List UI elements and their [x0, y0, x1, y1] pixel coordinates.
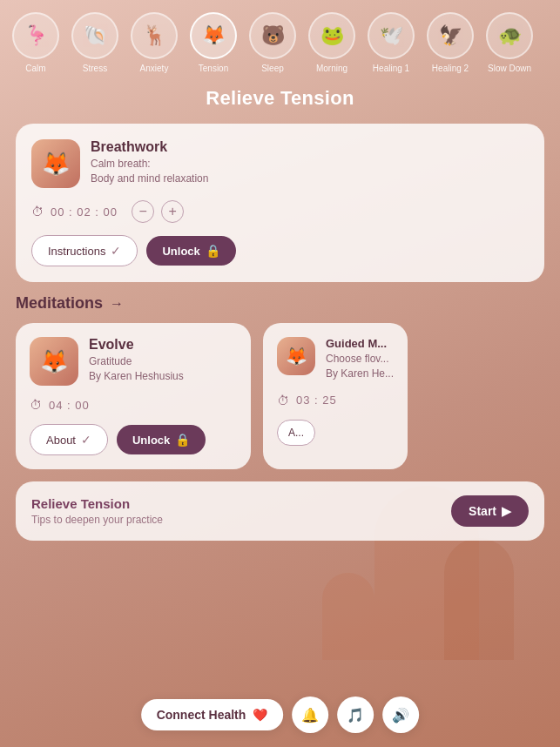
guided-title: Guided M...	[326, 337, 394, 350]
breathwork-timer-row: ⏱ 00 : 02 : 00 − +	[31, 200, 529, 223]
category-healing2-label: Healing 2	[432, 64, 469, 73]
categories-row: 🦩 Calm 🐚 Stress 🦌 Anxiety 🦊 Tension	[0, 0, 560, 80]
category-anxiety-circle: 🦌	[131, 12, 178, 59]
evolve-timer-row: ⏱ 04 : 00	[30, 398, 237, 412]
evolve-actions: About ✓ Unlock 🔒	[30, 424, 237, 455]
start-label: Start	[469, 504, 496, 518]
bottom-card-info: Relieve Tension Tips to deepen your prac…	[31, 496, 451, 526]
healing1-icon: 🕊️	[380, 26, 403, 45]
evolve-unlock-label: Unlock	[132, 434, 170, 447]
tension-icon: 🦊	[202, 26, 226, 45]
category-stress-circle: 🐚	[71, 12, 118, 59]
guided-subtitle2: By Karen He...	[326, 367, 394, 381]
category-healing1-circle: 🕊️	[368, 12, 415, 59]
evolve-timer: 04 : 00	[49, 399, 90, 412]
evolve-timer-icon: ⏱	[30, 398, 42, 412]
category-tension-label: Tension	[199, 64, 228, 73]
evolve-unlock-button[interactable]: Unlock 🔒	[117, 425, 206, 454]
meditations-row: 🦊 Evolve Gratitude By Karen Heshusius ⏱ …	[0, 323, 560, 469]
category-morning[interactable]: 🐸 Morning	[305, 12, 359, 73]
about-check-icon: ✓	[81, 433, 91, 447]
guided-card: 🦊 Guided M... Choose flov... By Karen He…	[263, 323, 408, 469]
guided-subtitle1: Choose flov...	[326, 352, 394, 367]
category-sleep[interactable]: 🐻 Sleep	[246, 12, 300, 73]
guided-icon: 🦊	[277, 337, 315, 375]
guided-header: 🦊 Guided M... Choose flov... By Karen He…	[277, 337, 394, 381]
category-slowdown[interactable]: 🐢 Slow Down	[482, 12, 536, 73]
slowdown-icon: 🐢	[498, 26, 522, 45]
category-stress[interactable]: 🐚 Stress	[68, 12, 122, 73]
bottom-card-title: Relieve Tension	[31, 496, 451, 511]
breathwork-subtitle1: Calm breath:	[91, 157, 529, 172]
healing2-icon: 🦅	[439, 26, 462, 45]
music-icon: 🎵	[347, 707, 364, 723]
category-calm-label: Calm	[25, 64, 45, 73]
relieve-tension-bottom-card: Relieve Tension Tips to deepen your prac…	[16, 481, 544, 541]
breathwork-actions: Instructions ✓ Unlock 🔒	[31, 235, 529, 266]
lock-icon: 🔒	[206, 244, 220, 258]
timer-increment-button[interactable]: +	[161, 200, 184, 223]
category-sleep-label: Sleep	[261, 64, 284, 73]
evolve-card: 🦊 Evolve Gratitude By Karen Heshusius ⏱ …	[16, 323, 251, 469]
breathwork-unlock-label: Unlock	[162, 245, 199, 258]
guided-timer: 03 : 25	[296, 394, 337, 407]
evolve-icon: 🦊	[30, 337, 78, 386]
morning-icon: 🐸	[320, 26, 344, 45]
sound-icon: 🔊	[392, 707, 409, 723]
evolve-title: Evolve	[89, 337, 237, 353]
category-calm-circle: 🦩	[12, 12, 59, 59]
timer-decrement-button[interactable]: −	[132, 200, 154, 223]
page-title: Relieve Tension	[0, 87, 560, 110]
breathwork-info: Breathwork Calm breath: Body and mind re…	[91, 139, 529, 186]
category-anxiety[interactable]: 🦌 Anxiety	[127, 12, 181, 73]
instructions-button[interactable]: Instructions ✓	[31, 235, 138, 266]
category-morning-circle: 🐸	[308, 12, 355, 59]
meditations-section-header[interactable]: Meditations →	[16, 294, 544, 313]
meditations-arrow-icon: →	[110, 296, 124, 312]
about-label: About	[46, 434, 76, 447]
category-tension-circle: 🦊	[190, 12, 237, 59]
bell-icon: 🔔	[301, 707, 319, 723]
heart-icon: ❤️	[253, 708, 267, 722]
guided-about-button[interactable]: A...	[277, 420, 315, 446]
guided-about-label: A...	[288, 427, 304, 439]
connect-health-button[interactable]: Connect Health ❤️	[141, 699, 284, 730]
evolve-header: 🦊 Evolve Gratitude By Karen Heshusius	[30, 337, 237, 386]
guided-actions: A...	[277, 420, 394, 446]
evolve-subtitle2: By Karen Heshusius	[89, 369, 237, 384]
bottom-card-subtitle: Tips to deepen your practice	[31, 514, 451, 526]
anxiety-icon: 🦌	[143, 26, 166, 45]
bell-button[interactable]: 🔔	[292, 697, 328, 733]
sound-button[interactable]: 🔊	[382, 697, 419, 733]
breathwork-header: 🦊 Breathwork Calm breath: Body and mind …	[31, 139, 529, 188]
timer-controls: − +	[132, 200, 184, 223]
evolve-subtitle1: Gratitude	[89, 354, 237, 369]
category-anxiety-label: Anxiety	[140, 64, 169, 73]
breathwork-timer: 00 : 02 : 00	[51, 205, 118, 219]
bottom-toolbar: Connect Health ❤️ 🔔 🎵 🔊	[141, 697, 420, 733]
guided-info: Guided M... Choose flov... By Karen He..…	[326, 337, 394, 381]
category-healing1[interactable]: 🕊️ Healing 1	[364, 12, 418, 73]
category-healing1-label: Healing 1	[373, 64, 409, 73]
sleep-icon: 🐻	[261, 26, 285, 45]
music-button[interactable]: 🎵	[337, 697, 374, 733]
breathwork-unlock-button[interactable]: Unlock 🔒	[146, 236, 235, 266]
guided-timer-row: ⏱ 03 : 25	[277, 394, 394, 407]
about-button[interactable]: About ✓	[30, 424, 108, 455]
calm-icon: 🦩	[24, 26, 48, 45]
connect-health-label: Connect Health	[157, 708, 246, 722]
category-tension[interactable]: 🦊 Tension	[186, 12, 240, 73]
evolve-lock-icon: 🔒	[175, 433, 190, 447]
category-sleep-circle: 🐻	[249, 12, 296, 59]
stress-icon: 🐚	[84, 26, 107, 45]
timer-icon: ⏱	[31, 205, 44, 219]
category-slowdown-circle: 🐢	[486, 12, 533, 59]
breathwork-icon: 🦊	[31, 139, 80, 188]
evolve-info: Evolve Gratitude By Karen Heshusius	[89, 337, 237, 384]
meditations-section-title: Meditations	[16, 294, 103, 313]
category-calm[interactable]: 🦩 Calm	[9, 12, 63, 73]
start-button[interactable]: Start ▶	[451, 495, 529, 527]
category-healing2[interactable]: 🦅 Healing 2	[423, 12, 477, 73]
play-icon: ▶	[502, 504, 511, 518]
instructions-check-icon: ✓	[111, 244, 121, 258]
